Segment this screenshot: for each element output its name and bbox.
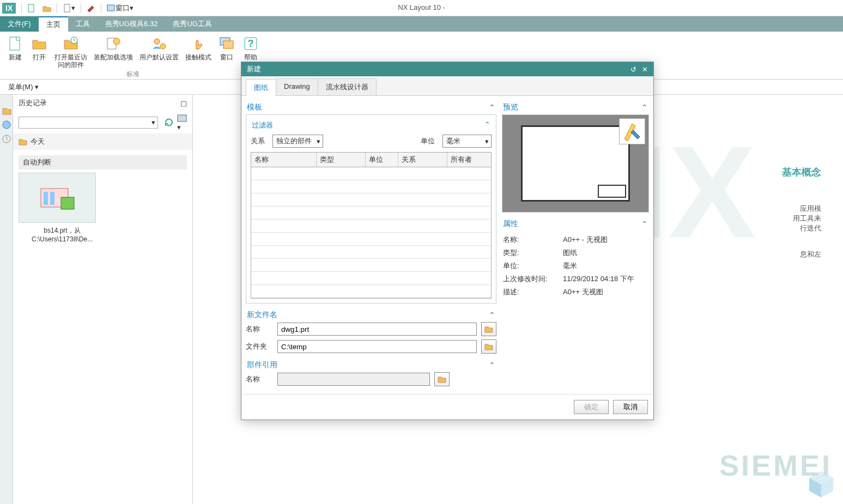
chevron-up-icon[interactable]: ⌃ (484, 120, 490, 130)
chevron-up-icon[interactable]: ⌃ (641, 220, 648, 228)
history-search-input[interactable] (19, 117, 158, 129)
svg-rect-1 (64, 4, 70, 12)
col-unit[interactable]: 单位 (366, 153, 398, 167)
resource-item-icon[interactable] (2, 120, 11, 130)
newfile-heading: 新文件名 (247, 310, 277, 320)
drafting-tools-icon (619, 118, 645, 144)
help-icon: ? (242, 35, 259, 52)
preview-heading: 预览 (503, 102, 518, 112)
relation-dropdown[interactable]: 独立的部件 (272, 135, 323, 148)
table-row[interactable] (251, 246, 491, 259)
svg-rect-19 (44, 192, 48, 205)
prop-unit-value: 毫米 (563, 259, 577, 272)
cube-watermark-icon (805, 468, 838, 501)
col-owner[interactable]: 所有者 (447, 153, 491, 167)
templates-heading: 模板 (247, 102, 262, 112)
dialog-tabs: 图纸 Drawing 流水线设计器 (241, 76, 653, 96)
qt-open-icon[interactable] (40, 3, 53, 14)
cancel-button[interactable]: 取消 (613, 400, 648, 414)
svg-point-8 (160, 44, 166, 49)
col-type[interactable]: 类型 (317, 153, 366, 167)
load-options-button[interactable]: 装配加载选项 (92, 34, 135, 70)
table-row[interactable] (251, 167, 491, 180)
panel-pin-icon[interactable]: ▢ (180, 99, 187, 107)
filter-heading: 过滤器 (252, 120, 273, 130)
nx-logo: IX (2, 3, 16, 14)
unit-dropdown[interactable]: 毫米 (442, 135, 492, 148)
qt-tool-icon[interactable] (84, 3, 98, 14)
new-icon (7, 35, 24, 52)
filename-input[interactable] (277, 323, 477, 336)
tab-tools[interactable]: 工具 (68, 16, 98, 32)
tab-home[interactable]: 主页 (39, 16, 68, 32)
name-label: 名称 (246, 324, 273, 334)
user-default-button[interactable]: 用户默认设置 (137, 34, 181, 70)
chevron-up-icon[interactable]: ⌃ (489, 361, 495, 369)
relation-label: 关系 (251, 136, 268, 146)
svg-point-13 (3, 121, 10, 129)
close-icon[interactable]: ✕ (642, 65, 648, 74)
resource-history-icon[interactable] (2, 106, 11, 116)
tab-drawing[interactable]: Drawing (276, 78, 318, 95)
tab-yx1[interactable]: 燕秀UG模具6.32 (98, 16, 166, 32)
prop-name-value: A0++ - 无视图 (563, 233, 608, 246)
folder-input[interactable] (277, 340, 477, 353)
tab-yx2[interactable]: 燕秀UG工具 (165, 16, 220, 32)
chevron-up-icon[interactable]: ⌃ (489, 311, 495, 319)
qt-window-btn[interactable]: 窗口 ▾ (105, 2, 136, 14)
open-folder-icon (31, 35, 48, 52)
table-row[interactable] (251, 285, 491, 298)
touch-mode-button[interactable]: 接触模式 (183, 34, 214, 70)
concept-label: 基本概念 (782, 166, 821, 179)
open-button[interactable]: 打开 (28, 34, 50, 70)
table-row[interactable] (251, 259, 491, 272)
gear-list-icon (105, 35, 122, 52)
auto-judge-label: 自动判断 (19, 155, 187, 169)
dialog-titlebar[interactable]: 新建 ↺ ✕ (241, 62, 653, 76)
browse-partref-button[interactable] (434, 372, 450, 386)
tab-sheet[interactable]: 图纸 (246, 79, 276, 96)
resource-item-icon[interactable] (2, 134, 11, 144)
side-info-text: 应用模 用工具来 行迭代 息和左 (793, 204, 821, 259)
table-row[interactable] (251, 233, 491, 246)
table-row[interactable] (251, 272, 491, 285)
table-row[interactable] (251, 193, 491, 207)
prop-modified-value: 11/29/2012 04:18 下午 (563, 272, 634, 286)
table-row[interactable] (251, 180, 491, 193)
props-heading: 属性 (503, 219, 518, 229)
partref-input[interactable] (277, 373, 430, 386)
prop-unit-label: 单位: (503, 259, 563, 272)
table-row[interactable] (251, 220, 491, 233)
dropdown-icon[interactable]: ▾ (151, 118, 155, 126)
tab-flow[interactable]: 流水线设计器 (318, 78, 377, 95)
separator (101, 3, 101, 13)
qt-new-icon[interactable] (25, 3, 38, 14)
recent-button[interactable]: 打开最近访 问的部件 (52, 34, 89, 70)
dialog-footer: 确定 取消 (241, 394, 653, 420)
prop-name-label: 名称: (503, 233, 563, 246)
new-button[interactable]: 新建 (4, 34, 26, 70)
browse-name-button[interactable] (481, 322, 496, 336)
chevron-up-icon[interactable]: ⌃ (489, 103, 495, 112)
col-name[interactable]: 名称 (251, 153, 317, 167)
ok-button[interactable]: 确定 (574, 400, 609, 414)
reset-icon[interactable]: ↺ (630, 65, 636, 74)
qt-doc-icon[interactable]: ▾ (60, 3, 77, 14)
browse-folder-button[interactable] (481, 339, 496, 354)
tab-file[interactable]: 文件(F) (0, 16, 39, 32)
group-label: 标准 (126, 70, 140, 79)
image-icon[interactable]: ▾ (177, 113, 187, 131)
history-today-folder[interactable]: 今天 (13, 133, 192, 150)
window-button[interactable]: 窗口 (216, 34, 238, 70)
history-thumbnail[interactable] (19, 173, 96, 223)
ribbon-tabs: 文件(F) 主页 工具 燕秀UG模具6.32 燕秀UG工具 (0, 16, 843, 32)
refresh-icon[interactable] (164, 118, 174, 127)
col-relation[interactable]: 关系 (398, 153, 447, 167)
template-grid[interactable]: 名称 类型 单位 关系 所有者 (251, 152, 492, 299)
table-row[interactable] (251, 207, 491, 220)
thumbnail-caption: bs14.prt，从 C:\Users\11738\De... (19, 226, 106, 243)
preview-box (502, 114, 649, 212)
svg-point-16 (179, 117, 181, 119)
chevron-up-icon[interactable]: ⌃ (641, 103, 648, 112)
menu-button[interactable]: 菜单(M) ▾ (3, 81, 44, 94)
